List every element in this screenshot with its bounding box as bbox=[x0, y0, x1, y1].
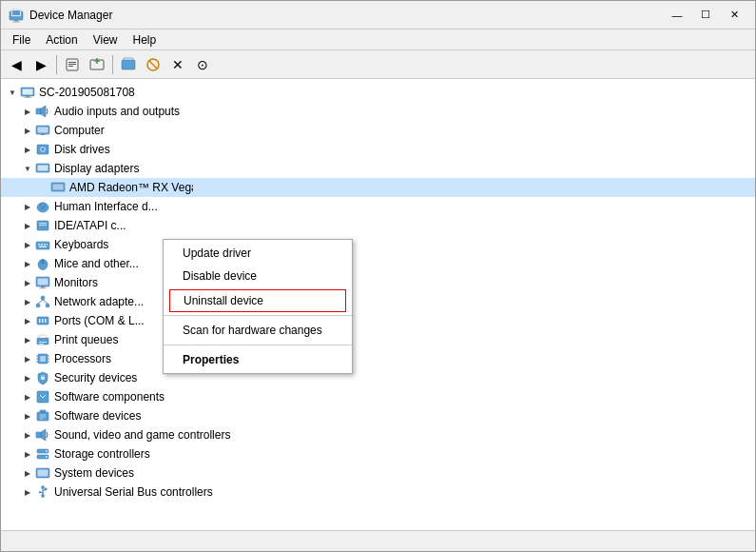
mice-toggle[interactable]: ▶ bbox=[20, 256, 35, 271]
disable-button[interactable] bbox=[142, 53, 165, 76]
hid-toggle[interactable]: ▶ bbox=[20, 199, 35, 214]
maximize-button[interactable]: ☐ bbox=[692, 6, 719, 25]
ctx-uninstall-device[interactable]: Uninstall device bbox=[169, 289, 346, 312]
display-toggle[interactable]: ▼ bbox=[20, 161, 35, 176]
security-icon bbox=[35, 370, 50, 385]
network-toggle[interactable]: ▶ bbox=[20, 294, 35, 309]
disk-toggle[interactable]: ▶ bbox=[20, 142, 35, 157]
tree-item-disk[interactable]: ▶ Disk drives bbox=[1, 140, 755, 159]
ctx-scan-hardware[interactable]: Scan for hardware changes bbox=[164, 319, 352, 342]
svg-point-53 bbox=[46, 304, 49, 307]
tree-item-storage[interactable]: ▶ Storage controllers bbox=[1, 444, 755, 463]
security-toggle[interactable]: ▶ bbox=[20, 370, 35, 385]
audio-toggle[interactable]: ▶ bbox=[20, 104, 35, 119]
tree-item-amd[interactable]: AMD Radeon™ RX Vega 11 Graphi... bbox=[1, 178, 755, 197]
menu-file[interactable]: File bbox=[5, 31, 38, 49]
svg-rect-37 bbox=[39, 225, 47, 226]
tree-item-usb[interactable]: ▶ Universal Serial Bus controllers bbox=[1, 483, 755, 502]
device-tree[interactable]: ▼ SC-201905081708 ▶ bbox=[1, 79, 755, 530]
svg-rect-3 bbox=[14, 20, 18, 22]
network-label: Network adapte... bbox=[54, 295, 144, 308]
tree-item-keyboards[interactable]: ▶ Keyboards bbox=[1, 235, 755, 254]
security-label: Security devices bbox=[54, 371, 137, 384]
forward-button[interactable]: ▶ bbox=[29, 53, 52, 76]
system-icon bbox=[35, 465, 50, 481]
scan-button[interactable] bbox=[117, 53, 140, 76]
keyboards-toggle[interactable]: ▶ bbox=[20, 237, 35, 252]
storage-toggle[interactable]: ▶ bbox=[20, 446, 35, 462]
usb-icon bbox=[35, 484, 50, 500]
software-comp-toggle[interactable]: ▶ bbox=[20, 389, 35, 404]
tree-item-ports[interactable]: ▶ Ports (COM & L... bbox=[1, 311, 755, 330]
tree-item-sound[interactable]: ▶ Sound, video and game controllers bbox=[1, 425, 755, 444]
software-comp-label: Software components bbox=[54, 390, 165, 404]
tree-root[interactable]: ▼ SC-201905081708 bbox=[1, 83, 755, 102]
properties-button[interactable] bbox=[61, 53, 84, 76]
minimize-button[interactable]: — bbox=[664, 6, 690, 25]
tree-item-hid[interactable]: ▶ Human Interface d... bbox=[1, 197, 755, 216]
print-toggle[interactable]: ▶ bbox=[20, 332, 35, 347]
keyboards-label: Keyboards bbox=[54, 238, 108, 251]
tree-item-computer[interactable]: ▶ Computer bbox=[1, 121, 755, 140]
toolbar-sep1 bbox=[56, 55, 57, 74]
tree-item-software-comp[interactable]: ▶ Software components bbox=[1, 387, 755, 406]
monitors-toggle[interactable]: ▶ bbox=[20, 275, 35, 290]
tree-item-network[interactable]: ▶ Network adapte... bbox=[1, 292, 755, 311]
svg-rect-17 bbox=[23, 89, 33, 95]
software-dev-icon bbox=[35, 408, 50, 424]
ctx-update-driver[interactable]: Update driver bbox=[164, 242, 352, 265]
usb-toggle[interactable]: ▶ bbox=[20, 484, 35, 500]
tree-item-audio[interactable]: ▶ Audio inputs and outputs bbox=[1, 102, 755, 121]
tree-item-mice[interactable]: ▶ Mice and other... bbox=[1, 254, 755, 273]
svg-rect-20 bbox=[36, 108, 41, 114]
svg-rect-62 bbox=[39, 342, 47, 343]
menu-action[interactable]: Action bbox=[38, 31, 85, 49]
ports-toggle[interactable]: ▶ bbox=[20, 313, 35, 328]
title-bar: Device Manager — ☐ ✕ bbox=[1, 1, 755, 30]
ide-label: IDE/ATAPI c... bbox=[54, 219, 126, 232]
back-button[interactable]: ◀ bbox=[5, 53, 28, 76]
root-toggle[interactable]: ▼ bbox=[5, 85, 20, 100]
amd-icon bbox=[50, 180, 66, 195]
computer-toggle[interactable]: ▶ bbox=[20, 123, 35, 138]
svg-rect-57 bbox=[39, 319, 41, 323]
toolbar: ◀ ▶ bbox=[1, 50, 755, 79]
context-menu: Update driver Disable device Uninstall d… bbox=[163, 239, 353, 374]
toolbar-sep2 bbox=[112, 55, 113, 74]
menu-view[interactable]: View bbox=[86, 31, 126, 49]
tree-item-monitors[interactable]: ▶ Monitors bbox=[1, 273, 755, 292]
ctx-properties[interactable]: Properties bbox=[164, 348, 352, 371]
storage-icon bbox=[35, 446, 50, 462]
tree-item-software-dev[interactable]: ▶ Software devices bbox=[1, 406, 755, 425]
software-dev-toggle[interactable]: ▶ bbox=[20, 408, 35, 424]
amd-toggle bbox=[35, 180, 50, 195]
svg-rect-95 bbox=[39, 492, 41, 494]
main-content: ▼ SC-201905081708 ▶ bbox=[1, 79, 755, 530]
scan-hardware-button[interactable]: ⊙ bbox=[191, 53, 214, 76]
sound-toggle[interactable]: ▶ bbox=[20, 427, 35, 443]
tree-item-display[interactable]: ▼ Display adapters bbox=[1, 159, 755, 178]
svg-rect-31 bbox=[53, 185, 64, 190]
tree-item-processors[interactable]: ▶ Processors bbox=[1, 349, 755, 368]
system-toggle[interactable]: ▶ bbox=[20, 465, 35, 481]
ctx-disable-device[interactable]: Disable device bbox=[164, 265, 352, 287]
print-label: Print queues bbox=[54, 333, 118, 346]
system-label: System devices bbox=[54, 466, 134, 480]
tree-item-security[interactable]: ▶ Security devices bbox=[1, 368, 755, 387]
svg-line-15 bbox=[149, 61, 157, 69]
tree-item-ide[interactable]: ▶ IDE/ATAPI c... bbox=[1, 216, 755, 235]
tree-item-print[interactable]: ▶ Print queues bbox=[1, 330, 755, 349]
svg-rect-78 bbox=[40, 410, 46, 412]
svg-rect-6 bbox=[68, 62, 76, 63]
close-button[interactable]: ✕ bbox=[721, 6, 747, 25]
svg-rect-43 bbox=[39, 246, 47, 248]
ide-toggle[interactable]: ▶ bbox=[20, 218, 35, 233]
menu-help[interactable]: Help bbox=[126, 31, 165, 49]
processors-toggle[interactable]: ▶ bbox=[20, 351, 35, 366]
uninstall-toolbar-button[interactable]: ✕ bbox=[166, 53, 189, 76]
amd-label: AMD Radeon™ RX Vega 11 Graphi... bbox=[69, 181, 193, 194]
device-manager-window: Device Manager — ☐ ✕ File Action View He… bbox=[0, 0, 756, 552]
tree-item-system[interactable]: ▶ System devices bbox=[1, 463, 755, 483]
tree-root-label: SC-201905081708 bbox=[39, 86, 135, 99]
update-driver-button[interactable] bbox=[86, 53, 108, 76]
